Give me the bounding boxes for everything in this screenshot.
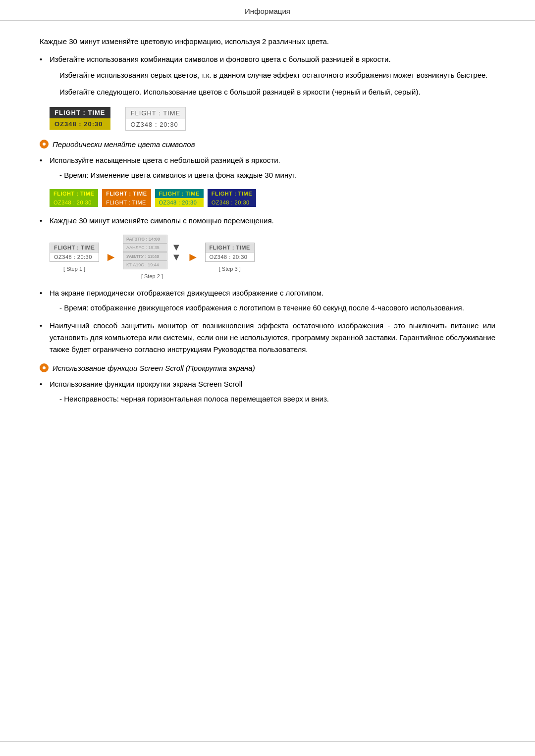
flight-dark-header: FLIGHT : TIME xyxy=(50,107,110,118)
section3-label: Использование функции Screen Scroll (Про… xyxy=(53,364,255,372)
flight-light-header: FLIGHT : TIME xyxy=(126,107,186,119)
section3-heading: Использование функции Screen Scroll (Про… xyxy=(40,363,495,372)
bullet-list-5: Наилучший способ защитить монитор от воз… xyxy=(40,320,495,355)
step1-box: FLIGHT : TIME OZ348 : 20:30 [ Step 1 ] xyxy=(50,243,99,272)
header-title: Информация xyxy=(245,7,290,15)
flight-dark-value: OZ348 : 20:30 xyxy=(50,118,110,130)
bullet-list-6: Использование функции прокрутки экрана S… xyxy=(40,378,495,405)
color-box-4-value: OZ348 : 20:30 xyxy=(208,198,256,207)
bullet-item-4: На экране периодически отображается движ… xyxy=(40,287,495,314)
step2-box: РАГЗТЮ : 14:00 ААНЛРС : 19:35 УАВЛТУ : 1… xyxy=(123,235,181,279)
color-box-2: FLIGHT : TIME FLIGHT : TIME xyxy=(102,189,151,207)
step3-header: FLIGHT : TIME xyxy=(205,243,255,252)
color-box-1-value: OZ348 : 20:30 xyxy=(50,198,98,207)
color-rotation-row: FLIGHT : TIME OZ348 : 20:30 FLIGHT : TIM… xyxy=(50,189,495,207)
bullet-item-5: Наилучший способ защитить монитор от воз… xyxy=(40,320,495,355)
bullet-list-3: Каждые 30 минут изменяйте символы с помо… xyxy=(40,215,495,227)
section2-heading: Периодически меняйте цвета символов xyxy=(40,140,495,149)
section2-icon xyxy=(40,140,49,149)
step2-flight: РАГЗТЮ : 14:00 ААНЛРС : 19:35 УАВЛТУ : 1… xyxy=(123,235,167,269)
bullet-item-2: Используйте насыщенные цвета с небольшой… xyxy=(40,154,495,181)
flight-box-dark: FLIGHT : TIME OZ348 : 20:30 xyxy=(50,107,110,130)
color-box-2-value: FLIGHT : TIME xyxy=(102,198,151,207)
step1-flight: FLIGHT : TIME OZ348 : 20:30 xyxy=(50,243,99,262)
step3-box: FLIGHT : TIME OZ348 : 20:30 [ Step 3 ] xyxy=(205,243,255,272)
step1-header: FLIGHT : TIME xyxy=(50,243,99,252)
page-container: Информация Каждые 30 минут изменяйте цве… xyxy=(0,0,535,756)
color-box-4-header: FLIGHT : TIME xyxy=(208,189,256,198)
intro-paragraph: Каждые 30 минут изменяйте цветовую инфор… xyxy=(40,36,495,48)
color-box-3: FLIGHT : TIME OZ348 : 20:30 xyxy=(155,189,204,207)
step3-flight: FLIGHT : TIME OZ348 : 20:30 xyxy=(205,243,255,262)
bullet-list-4: На экране периодически отображается движ… xyxy=(40,287,495,314)
step2-row3: УАВЛТУ : 13:40 xyxy=(123,252,167,261)
color-box-4: FLIGHT : TIME OZ348 : 20:30 xyxy=(208,189,256,207)
step2-row2: ААНЛРС : 19:35 xyxy=(123,244,167,252)
bullet-list-1: Избегайте использования комбинации симво… xyxy=(40,53,495,98)
arrow-down: ▼▼ xyxy=(171,242,181,262)
step2-label: [ Step 2 ] xyxy=(141,273,163,279)
bullet-item-6: Использование функции прокрутки экрана S… xyxy=(40,378,495,405)
step3-label: [ Step 3 ] xyxy=(219,266,241,272)
sub-text-6: - Неисправность: черная горизонтальная п… xyxy=(50,393,495,405)
step2-row1: РАГЗТЮ : 14:00 xyxy=(123,235,167,244)
sub-text-4: - Время: отображение движущегося изображ… xyxy=(50,302,495,314)
bullet-item-1: Избегайте использования комбинации симво… xyxy=(40,53,495,98)
step1-value: OZ348 : 20:30 xyxy=(50,252,99,262)
steps-row: FLIGHT : TIME OZ348 : 20:30 [ Step 1 ] ►… xyxy=(50,235,495,279)
step2-arrow: ▼▼ xyxy=(171,242,181,262)
sub-text-2: Избегайте следующего. Использование цвет… xyxy=(50,86,495,98)
step2-row4: КТ А19С : 19:44 xyxy=(123,261,167,269)
step2-group: РАГЗТЮ : 14:00 ААНЛРС : 19:35 УАВЛТУ : 1… xyxy=(123,235,181,269)
flight-light-value: OZ348 : 20:30 xyxy=(126,119,186,130)
arrow-right-1: ► xyxy=(105,250,117,264)
page-header: Информация xyxy=(0,0,535,21)
bullet-list-2: Используйте насыщенные цвета с небольшой… xyxy=(40,154,495,181)
bullet-item-3: Каждые 30 минут изменяйте символы с помо… xyxy=(40,215,495,227)
flight-box-light: FLIGHT : TIME OZ348 : 20:30 xyxy=(125,107,186,131)
sub-text-3: - Время: Изменение цвета символов и цвет… xyxy=(50,169,495,181)
step3-value: OZ348 : 20:30 xyxy=(205,252,255,262)
color-box-2-header: FLIGHT : TIME xyxy=(102,189,151,198)
color-box-3-value: OZ348 : 20:30 xyxy=(155,198,204,207)
flight-examples: FLIGHT : TIME OZ348 : 20:30 FLIGHT : TIM… xyxy=(50,107,495,131)
page-footer xyxy=(0,741,535,756)
section2-label: Периодически меняйте цвета символов xyxy=(53,140,195,149)
color-box-3-header: FLIGHT : TIME xyxy=(155,189,204,198)
step1-label: [ Step 1 ] xyxy=(63,266,85,272)
section3-icon xyxy=(40,363,49,372)
arrow-right-2: ► xyxy=(187,250,199,264)
main-content: Каждые 30 минут изменяйте цветовую инфор… xyxy=(0,21,535,741)
sub-text-1: Избегайте использования серых цветов, т.… xyxy=(50,69,495,81)
color-box-1: FLIGHT : TIME OZ348 : 20:30 xyxy=(50,189,98,207)
color-box-1-header: FLIGHT : TIME xyxy=(50,189,98,198)
